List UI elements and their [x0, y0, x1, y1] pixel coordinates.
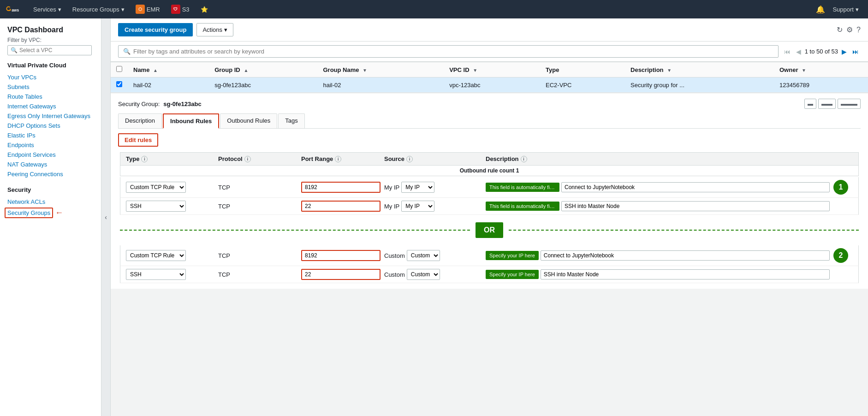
desc-input-3[interactable] [541, 250, 830, 261]
pagination: ⏮ ◀ 1 to 50 of 53 ▶ ⏭ [782, 47, 861, 56]
rule-row-1-1: Custom TCP Rule TCP My IP My IP Custom [120, 177, 859, 198]
last-page-button[interactable]: ⏭ [850, 47, 861, 56]
sidebar-item-endpoints[interactable]: Endpoints [7, 140, 101, 150]
rule-badge-spacer-2 [832, 205, 855, 207]
port-input-4[interactable] [301, 269, 380, 280]
cell-vpc-id: vpc-123abc [444, 77, 540, 93]
rule-source-cell-2: My IP My IP Custom [382, 200, 484, 213]
vpc-section-title: Virtual Private Cloud [7, 62, 101, 69]
s3-nav[interactable]: 🛡 S3 [167, 5, 193, 14]
sidebar-toggle-button[interactable]: ‹ [101, 18, 111, 416]
top-nav: aws Services ▾ Resource Groups ▾ ⬡ EMR 🛡… [0, 0, 868, 18]
row-checkbox[interactable] [116, 81, 122, 87]
prev-page-button[interactable]: ◀ [794, 47, 803, 56]
detail-panel: Security Group: sg-0fe123abc ▬ ▬▬ ▬▬▬ De… [111, 93, 868, 289]
source-select-1[interactable]: My IP Custom [401, 182, 434, 193]
col-port-range-header: Port Range i [299, 155, 382, 162]
auto-fill-button-1: This field is automatically filled for y… [486, 183, 559, 192]
rule-badge-cell: 1 [832, 179, 855, 196]
vpc-filter-input[interactable] [19, 47, 89, 53]
sidebar-item-vpcs[interactable]: Your VPCs [7, 72, 101, 82]
filter-input[interactable] [133, 48, 773, 55]
desc-input-2[interactable] [561, 201, 830, 211]
rule-type-select-4[interactable]: SSH [126, 269, 186, 280]
aws-logo-icon: aws [6, 4, 22, 15]
source-info-icon[interactable]: i [406, 156, 413, 162]
sidebar-item-dhcp[interactable]: DHCP Options Sets [7, 121, 101, 131]
port-input-2[interactable] [301, 201, 380, 212]
sidebar-item-subnets[interactable]: Subnets [7, 82, 101, 92]
rule-row-2-2: SSH TCP Custom Custom My IP [120, 266, 859, 283]
toolbar: Create security group Actions ▾ ↻ ⚙ ? [111, 18, 868, 42]
pagination-text: 1 to 50 of 53 [805, 48, 838, 55]
source-select-2[interactable]: My IP Custom [401, 201, 434, 212]
rule-port-cell-4 [299, 268, 382, 281]
cell-group-id: sg-0fe123abc [209, 77, 317, 93]
sidebar-item-nat-gateways[interactable]: NAT Gateways [7, 160, 101, 169]
desc-input-1[interactable] [561, 182, 830, 192]
rule-port-cell-3 [299, 249, 382, 262]
resource-groups-nav[interactable]: Resource Groups ▾ [69, 6, 128, 13]
rule-type-select-1[interactable]: Custom TCP Rule [126, 182, 186, 193]
next-page-button[interactable]: ▶ [840, 47, 849, 56]
source-select-4[interactable]: Custom My IP [407, 269, 440, 280]
first-page-button[interactable]: ⏮ [782, 47, 792, 56]
rule-source-cell: My IP My IP Custom [382, 181, 484, 194]
settings-button[interactable]: ⚙ [846, 25, 853, 34]
virtual-private-cloud-section: Virtual Private Cloud Your VPCs Subnets … [7, 62, 101, 179]
source-select-3[interactable]: Custom My IP [407, 250, 440, 261]
cell-group-name: hail-02 [317, 77, 444, 93]
port-input-3[interactable] [301, 250, 380, 261]
detail-tabs: Description Inbound Rules Outbound Rules… [118, 113, 861, 129]
table-row[interactable]: hail-02 sg-0fe123abc hail-02 vpc-123abc … [111, 77, 868, 93]
refresh-button[interactable]: ↻ [837, 25, 843, 34]
tab-inbound-rules[interactable]: Inbound Rules [163, 113, 219, 129]
desc-input-4[interactable] [541, 269, 830, 279]
sidebar-item-security-groups[interactable]: Security Groups [5, 208, 53, 218]
type-info-icon[interactable]: i [141, 156, 148, 162]
emr-nav[interactable]: ⬡ EMR [132, 5, 164, 14]
arrow-indicator-icon: ← [55, 208, 63, 218]
panel-view-1-button[interactable]: ▬ [804, 99, 816, 109]
sidebar-item-egress-gateways[interactable]: Egress Only Internet Gateways [7, 111, 101, 121]
bookmark-nav[interactable]: ⭐ [197, 6, 212, 13]
col-description: Description ▼ [625, 62, 774, 77]
vpc-filter-search: 🔍 [7, 45, 92, 55]
specify-ip-button-1: Specify your IP here [486, 251, 539, 260]
option-badge-2: 2 [833, 248, 848, 263]
select-all-checkbox[interactable] [116, 66, 122, 72]
edit-rules-button[interactable]: Edit rules [118, 133, 158, 147]
notifications-icon[interactable]: 🔔 [816, 5, 825, 14]
security-section: Security Network ACLs Security Groups ← [7, 186, 101, 218]
sidebar-item-network-acls[interactable]: Network ACLs [7, 197, 101, 207]
tab-description[interactable]: Description [118, 113, 162, 128]
sidebar-item-elastic-ips[interactable]: Elastic IPs [7, 131, 101, 140]
rule-protocol-cell-3: TCP [216, 251, 299, 260]
sidebar-item-internet-gateways[interactable]: Internet Gateways [7, 101, 101, 111]
security-groups-table: Name ▲ Group ID ▲ Group Name ▼ VPC ID ▼ … [111, 62, 868, 93]
tab-tags[interactable]: Tags [278, 113, 304, 128]
create-security-group-button[interactable]: Create security group [118, 23, 193, 36]
rule-type-select-2[interactable]: SSH [126, 201, 186, 212]
desc-info-icon[interactable]: i [521, 156, 527, 162]
sidebar-item-route-tables[interactable]: Route Tables [7, 92, 101, 101]
rule-type-select-3[interactable]: Custom TCP Rule [126, 250, 186, 261]
rules-section: Type i Protocol i Port Range i Source i [118, 152, 861, 283]
support-nav[interactable]: Support ▾ [829, 6, 862, 13]
protocol-info-icon[interactable]: i [244, 156, 251, 162]
port-input-1[interactable] [301, 182, 380, 193]
or-badge: OR [476, 222, 503, 238]
panel-view-2-button[interactable]: ▬▬ [818, 99, 836, 109]
rule-type-cell-4: SSH [124, 268, 216, 281]
cell-owner: 123456789 [774, 77, 868, 93]
port-info-icon[interactable]: i [335, 156, 341, 162]
tab-outbound-rules[interactable]: Outbound Rules [220, 113, 277, 128]
help-button[interactable]: ? [856, 26, 861, 34]
actions-button[interactable]: Actions ▾ [196, 23, 233, 36]
sidebar-item-endpoint-services[interactable]: Endpoint Services [7, 150, 101, 160]
rule-row-2-1: Custom TCP Rule TCP Custom Custom My IP [120, 245, 859, 266]
sidebar-item-peering[interactable]: Peering Connections [7, 169, 101, 179]
rule-specify-cell-1: Specify your IP here [484, 250, 832, 261]
panel-view-3-button[interactable]: ▬▬▬ [838, 99, 861, 109]
services-nav[interactable]: Services ▾ [30, 6, 65, 13]
